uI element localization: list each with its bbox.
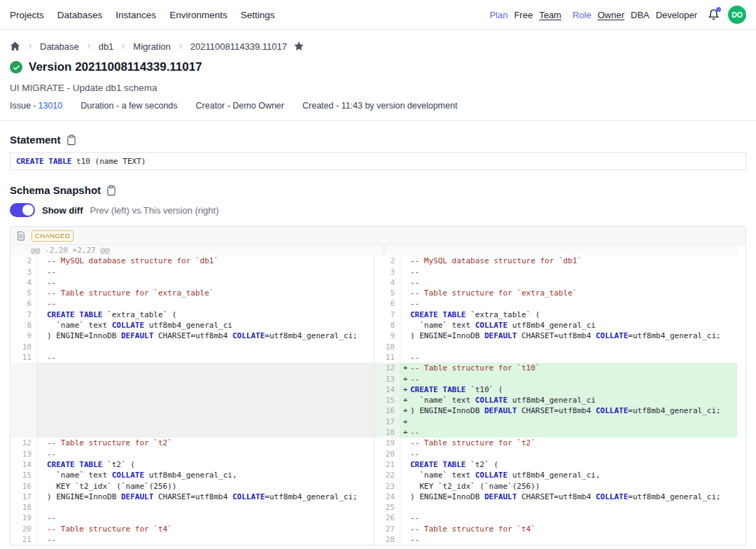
chevron-right-icon — [85, 43, 92, 50]
diff-row: 18 25 — [10, 502, 746, 513]
diff-row: 2 -- MySQL database structure for `db1`2… — [10, 256, 746, 266]
show-diff-hint: Prev (left) vs This version (right) — [90, 205, 219, 216]
success-check-icon — [10, 61, 22, 74]
diff-row: 7 CREATE TABLE `extra_table` (7 CREATE T… — [10, 310, 746, 320]
role-developer-link[interactable]: Developer — [656, 10, 697, 20]
plan-label: Plan — [489, 10, 507, 20]
diff-row: 10 10 — [10, 342, 746, 352]
breadcrumb-item[interactable]: 20211008114339.11017 — [190, 41, 287, 52]
hunk-header-text: @@ -2,20 +2,27 @@ — [10, 245, 384, 256]
diff-row: 13+-- — [10, 374, 746, 384]
bookmark-star-icon[interactable] — [293, 41, 304, 52]
diff-header: CHANGED — [10, 227, 746, 245]
copy-schema-icon[interactable] — [106, 185, 116, 196]
nav-item-databases[interactable]: Databases — [57, 10, 103, 20]
section-divider — [0, 120, 756, 121]
nav-items: ProjectsDatabasesInstancesEnvironmentsSe… — [10, 10, 274, 20]
home-icon[interactable] — [10, 41, 20, 51]
nav-item-environments[interactable]: Environments — [169, 10, 227, 20]
diff-row: 15 `name` text COLLATE utf8mb4_general_c… — [10, 470, 746, 480]
diff-row: 13 --20 -- — [10, 449, 746, 459]
show-diff-toggle[interactable] — [10, 203, 35, 217]
notifications-bell-icon[interactable] — [708, 8, 720, 21]
role-owner-link[interactable]: Owner — [598, 10, 624, 20]
chevron-right-icon — [27, 43, 34, 50]
diff-hunk-header-row: @@ -2,20 +2,27 @@ — [10, 245, 746, 256]
page-title: Version 20211008114339.11017 — [29, 60, 202, 74]
created-info: Created - 11:43 by version development — [302, 101, 457, 111]
breadcrumb: Databasedb1Migration20211008114339.11017 — [10, 30, 746, 54]
breadcrumb-item[interactable]: Database — [40, 41, 79, 52]
statement-section-heading: Statement — [10, 134, 746, 146]
sql-keyword: CREATE TABLE — [16, 157, 71, 166]
diff-row: 8 `name` text COLLATE utf8mb4_general_ci… — [10, 320, 746, 331]
diff-row: 14 CREATE TABLE `t2` (21 CREATE TABLE `t… — [10, 459, 746, 470]
notification-dot — [716, 7, 721, 12]
schema-snapshot-heading: Schema Snapshot — [10, 184, 101, 196]
copy-statement-icon[interactable] — [66, 134, 76, 146]
chevron-right-icon — [177, 43, 184, 50]
diff-row: 17+ — [10, 417, 746, 427]
nav-item-projects[interactable]: Projects — [10, 10, 44, 20]
diff-row: 4 --4 -- — [10, 277, 746, 288]
diff-row: 5 -- Table structure for `extra_table`5 … — [10, 288, 746, 298]
diff-row: 21 --28 -- — [10, 534, 746, 545]
plan-upgrade-link[interactable]: Team — [539, 10, 561, 20]
changed-badge: CHANGED — [31, 230, 74, 242]
issue-label: Issue - — [10, 101, 36, 111]
diff-row: 19 --26 -- — [10, 513, 746, 523]
diff-row: 12 -- Table structure for `t2`19 -- Tabl… — [10, 438, 746, 448]
nav-item-instances[interactable]: Instances — [115, 10, 156, 20]
diff-row: 3 --3 -- — [10, 267, 746, 277]
nav-account-area: Plan Free Team Role Owner DBA Developer … — [489, 6, 746, 24]
duration-info: Duration - a few seconds — [80, 101, 177, 111]
diff-row: 18+-- — [10, 427, 746, 438]
diff-row: 15+ `name` text COLLATE utf8mb4_general_… — [10, 395, 746, 405]
diff-row: 9 ) ENGINE=InnoDB DEFAULT CHARSET=utf8mb… — [10, 331, 746, 341]
show-diff-row: Show diff Prev (left) vs This version (r… — [10, 203, 746, 217]
avatar[interactable]: DO — [728, 6, 746, 24]
top-nav: ProjectsDatabasesInstancesEnvironmentsSe… — [0, 0, 756, 30]
breadcrumb-item[interactable]: db1 — [99, 41, 114, 52]
diff-row: 12+-- Table structure for `t10` — [10, 363, 746, 373]
diff-row: 17 ) ENGINE=InnoDB DEFAULT CHARSET=utf8m… — [10, 492, 746, 502]
statement-heading: Statement — [10, 134, 61, 146]
schema-diff-card: CHANGED @@ -2,20 +2,27 @@2 -- MySQL data… — [10, 226, 746, 545]
role-dba-link[interactable]: DBA — [631, 10, 650, 20]
diff-row: 6 --6 -- — [10, 298, 746, 309]
creator-info: Creator - Demo Owner — [196, 101, 284, 111]
diff-row: 20 -- Table structure for `t4`27 -- Tabl… — [10, 524, 746, 534]
toggle-knob — [22, 204, 34, 216]
role-label: Role — [573, 10, 592, 20]
diff-row: 16 KEY `t2_idx` (`name`(256))23 KEY `t2_… — [10, 481, 746, 492]
diff-row: 16+) ENGINE=InnoDB DEFAULT CHARSET=utf8m… — [10, 405, 746, 416]
issue-link[interactable]: 13010 — [38, 101, 63, 111]
nav-item-settings[interactable]: Settings — [241, 10, 275, 20]
plan-value: Free — [514, 10, 533, 20]
diff-row: 14+CREATE TABLE `t10` ( — [10, 384, 746, 395]
breadcrumb-item[interactable]: Migration — [133, 41, 170, 52]
version-header: Version 20211008114339.11017 — [10, 60, 746, 74]
statement-sql: CREATE TABLE t10 (name TEXT) — [10, 152, 746, 170]
diff-table[interactable]: @@ -2,20 +2,27 @@2 -- MySQL database str… — [10, 245, 746, 545]
version-subtitle: UI MIGRATE - Update db1 schema — [10, 83, 746, 93]
diff-row: 11 --11 -- — [10, 352, 746, 363]
issue-info: Issue -13010 — [10, 101, 62, 111]
version-info-row: Issue -13010 Duration - a few seconds Cr… — [10, 101, 746, 120]
show-diff-label: Show diff — [42, 205, 83, 216]
file-icon — [17, 231, 25, 241]
sql-rest: t10 (name TEXT) — [71, 157, 146, 166]
schema-snapshot-section-heading: Schema Snapshot — [10, 184, 746, 196]
chevron-right-icon — [120, 43, 127, 50]
